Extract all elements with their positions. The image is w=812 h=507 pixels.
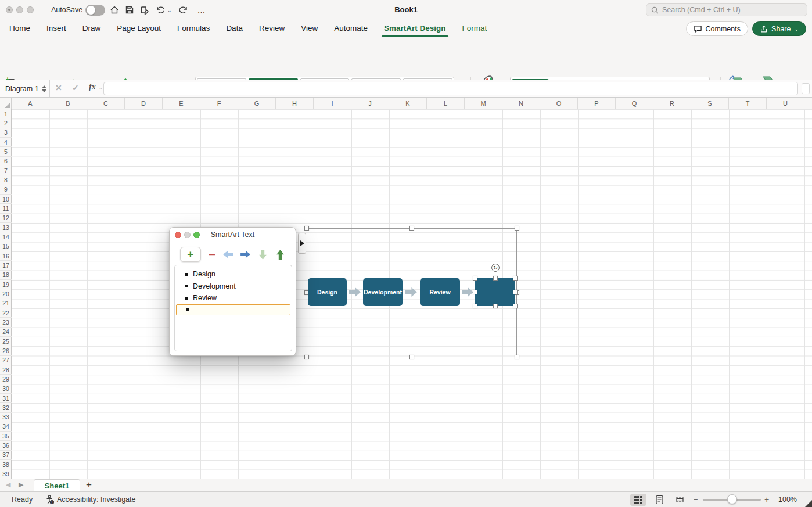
select-all-corner[interactable] <box>0 98 12 109</box>
demote-arrow-button[interactable] <box>240 250 250 259</box>
shape-resize-handle[interactable] <box>513 276 518 281</box>
promote-arrow-button[interactable] <box>223 250 233 259</box>
name-box-stepper[interactable] <box>40 82 48 95</box>
column-header-T[interactable]: T <box>729 98 767 109</box>
text-pane-item-review[interactable]: Review <box>175 292 292 304</box>
row-header-20[interactable]: 20 <box>0 289 12 299</box>
next-sheet-arrow[interactable]: ▶ <box>19 481 23 488</box>
search-input[interactable]: Search (Cmd + Ctrl + U) <box>646 3 807 16</box>
column-header-S[interactable]: S <box>691 98 729 109</box>
tab-view[interactable]: View <box>300 21 319 35</box>
row-header-38[interactable]: 38 <box>0 460 12 469</box>
smartart-node-design[interactable]: Design <box>308 278 347 306</box>
smartart-text-window[interactable]: SmartArt Text + − DesignDevelopmentRevie… <box>169 227 296 356</box>
column-header-H[interactable]: H <box>276 98 314 109</box>
column-header-I[interactable]: I <box>314 98 351 109</box>
shape-resize-handle[interactable] <box>473 276 477 281</box>
row-header-15[interactable]: 15 <box>0 242 12 251</box>
row-header-21[interactable]: 21 <box>0 299 12 308</box>
row-header-31[interactable]: 31 <box>0 394 12 403</box>
column-header-F[interactable]: F <box>200 98 238 109</box>
text-pane-item-development[interactable]: Development <box>175 281 292 293</box>
tab-review[interactable]: Review <box>258 21 286 35</box>
column-header-Q[interactable]: Q <box>616 98 653 109</box>
tab-smartart-design[interactable]: SmartArt Design <box>383 21 447 35</box>
row-header-39[interactable]: 39 <box>0 469 12 479</box>
row-header-37[interactable]: 37 <box>0 451 12 460</box>
formula-bar-expand-button[interactable] <box>802 83 810 94</box>
accessibility-status[interactable]: Accessibility: Investigate <box>57 495 135 504</box>
comments-button[interactable]: Comments <box>686 21 748 36</box>
row-header-19[interactable]: 19 <box>0 280 12 289</box>
column-header-O[interactable]: O <box>540 98 578 109</box>
rotate-handle[interactable]: ↻ <box>491 264 500 272</box>
page-break-view-button[interactable] <box>671 494 688 506</box>
row-header-33[interactable]: 33 <box>0 413 12 422</box>
name-box[interactable]: Diagram 1 <box>0 80 50 97</box>
row-header-16[interactable]: 16 <box>0 251 12 261</box>
row-header-6[interactable]: 6 <box>0 157 12 166</box>
sheet-tab-sheet1[interactable]: Sheet1 <box>34 479 80 491</box>
frame-resize-handle[interactable] <box>409 355 414 359</box>
tab-insert[interactable]: Insert <box>45 21 67 35</box>
row-header-7[interactable]: 7 <box>0 166 12 175</box>
row-header-18[interactable]: 18 <box>0 271 12 280</box>
row-header-27[interactable]: 27 <box>0 356 12 365</box>
row-header-11[interactable]: 11 <box>0 204 12 213</box>
row-header-3[interactable]: 3 <box>0 128 12 138</box>
column-header-P[interactable]: P <box>578 98 616 109</box>
row-header-10[interactable]: 10 <box>0 195 12 204</box>
insert-function-icon[interactable]: fx <box>89 82 96 92</box>
normal-view-button[interactable] <box>630 494 646 506</box>
tab-automate[interactable]: Automate <box>333 21 369 35</box>
row-header-35[interactable]: 35 <box>0 432 12 441</box>
column-header-N[interactable]: N <box>502 98 540 109</box>
shape-resize-handle[interactable] <box>493 304 498 308</box>
row-header-14[interactable]: 14 <box>0 232 12 242</box>
tab-draw[interactable]: Draw <box>81 21 102 35</box>
row-header-12[interactable]: 12 <box>0 214 12 223</box>
text-pane-collapse-tab[interactable] <box>298 233 306 254</box>
row-header-22[interactable]: 22 <box>0 308 12 318</box>
prev-sheet-arrow[interactable]: ◀ <box>6 481 10 488</box>
add-item-button[interactable]: + <box>180 247 201 262</box>
column-header-M[interactable]: M <box>465 98 502 109</box>
smartart-node-development[interactable]: Development <box>363 278 403 306</box>
column-header-K[interactable]: K <box>389 98 427 109</box>
row-header-34[interactable]: 34 <box>0 422 12 432</box>
text-pane-list[interactable]: DesignDevelopmentReview <box>174 265 292 351</box>
row-header-32[interactable]: 32 <box>0 403 12 412</box>
column-header-J[interactable]: J <box>351 98 389 109</box>
add-sheet-button[interactable]: + <box>86 479 92 491</box>
column-header-C[interactable]: C <box>87 98 125 109</box>
shape-resize-handle[interactable] <box>473 290 477 294</box>
zoom-slider-knob[interactable] <box>727 494 737 504</box>
cancel-entry-icon[interactable]: ✕ <box>55 83 62 92</box>
row-header-13[interactable]: 13 <box>0 223 12 232</box>
tab-page-layout[interactable]: Page Layout <box>116 21 162 35</box>
zoom-in-button[interactable]: + <box>764 495 769 504</box>
tab-data[interactable]: Data <box>225 21 244 35</box>
row-header-25[interactable]: 25 <box>0 337 12 346</box>
column-header-U[interactable]: U <box>767 98 804 109</box>
row-header-4[interactable]: 4 <box>0 138 12 147</box>
frame-resize-handle[interactable] <box>515 226 519 231</box>
frame-resize-handle[interactable] <box>409 226 414 231</box>
frame-resize-handle[interactable] <box>515 355 519 359</box>
text-pane-item-empty[interactable] <box>176 304 290 315</box>
row-header-29[interactable]: 29 <box>0 375 12 384</box>
row-header-30[interactable]: 30 <box>0 384 12 394</box>
row-header-17[interactable]: 17 <box>0 261 12 270</box>
column-header-D[interactable]: D <box>125 98 163 109</box>
text-pane-item-design[interactable]: Design <box>175 268 292 281</box>
shape-resize-handle[interactable] <box>513 290 518 294</box>
page-layout-view-button[interactable] <box>651 494 667 506</box>
tab-home[interactable]: Home <box>8 21 31 35</box>
row-header-9[interactable]: 9 <box>0 185 12 195</box>
share-button[interactable]: Share ⌄ <box>752 21 806 36</box>
tab-formulas[interactable]: Formulas <box>176 21 211 35</box>
formula-input[interactable] <box>103 82 798 95</box>
row-header-36[interactable]: 36 <box>0 441 12 450</box>
row-header-28[interactable]: 28 <box>0 365 12 375</box>
row-header-1[interactable]: 1 <box>0 109 12 118</box>
